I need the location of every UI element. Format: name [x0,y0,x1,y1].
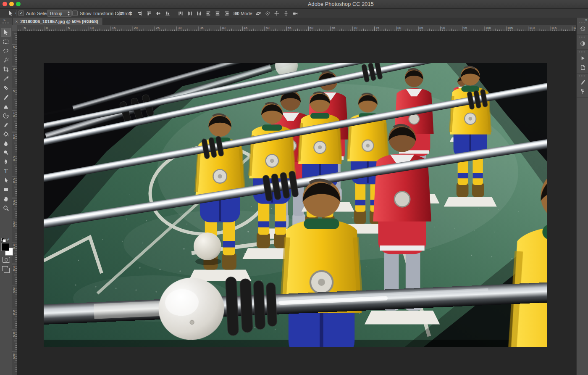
svg-text:5: 5 [13,89,15,93]
svg-text:25: 25 [156,26,160,30]
align-right-edges-icon[interactable] [135,10,144,17]
distribute-vertical-centers-icon[interactable] [185,10,194,17]
tab-close-icon[interactable]: × [15,19,18,24]
svg-text:50: 50 [266,26,270,30]
type-tool[interactable]: T [1,166,11,175]
svg-text:10: 10 [90,26,94,30]
svg-text:55: 55 [288,26,291,30]
screen-mode-icon[interactable] [2,266,8,271]
align-vertical-centers-icon[interactable] [154,10,163,17]
history-panel-icon[interactable] [578,24,588,33]
separator [174,11,174,16]
distribute-right-edges-icon[interactable] [222,10,231,17]
zoom-tool[interactable] [1,203,11,212]
window-title: Adobe Photoshop CC 2015 [308,1,374,7]
svg-text:40: 40 [222,26,226,30]
svg-text:T: T [4,168,8,174]
dropdown-arrows-icon [67,11,70,16]
blur-tool[interactable] [1,139,11,148]
clone-stamp-tool[interactable] [1,102,11,111]
document-tab[interactable]: × 20180306_101957.jpg @ 50% (RGB/8) [13,18,103,25]
quick-mask-icon[interactable] [2,257,10,263]
healing-brush-tool[interactable] [1,83,11,92]
separator [114,10,115,16]
svg-text:5: 5 [24,26,26,30]
distribute-top-edges-icon[interactable] [176,10,185,17]
svg-text:35: 35 [13,221,15,227]
svg-text:5: 5 [13,45,15,49]
distribute-horizontal-centers-icon[interactable] [213,10,222,17]
svg-text:35: 35 [200,26,204,30]
svg-text:45: 45 [244,26,247,30]
brush-settings-panel-icon[interactable] [578,77,588,87]
svg-text:20: 20 [13,155,15,162]
options-bar: ▾ ✓ Auto-Select: Group Show Transform Co… [0,9,588,18]
actions-panel-icon[interactable] [578,53,588,63]
tool-presets-panel-icon[interactable] [578,87,588,96]
horizontal-ruler[interactable]: 5051015202530354045505560657075808590951… [17,25,576,32]
adjustments-panel-icon[interactable] [578,39,588,48]
svg-text:60: 60 [13,331,15,338]
3d-rotate-icon[interactable] [254,10,263,17]
hand-tool[interactable] [1,194,11,203]
magic-wand-tool[interactable] [1,55,11,64]
move-tool-option-icon[interactable]: ▾ [6,9,17,18]
eyedropper-tool[interactable] [1,74,11,83]
path-select-tool[interactable] [1,176,11,185]
align-horizontal-centers-icon[interactable] [126,10,135,17]
distribute-left-edges-icon[interactable] [204,10,213,17]
threed-mode-label: 3D Mode: [234,9,254,18]
crop-tool[interactable] [1,65,11,74]
pen-tool[interactable] [1,157,11,166]
default-colors-icon[interactable] [1,238,5,241]
minimize-button[interactable] [9,2,14,6]
zoom-button[interactable] [16,2,21,6]
document-tab-bar: × 20180306_101957.jpg @ 50% (RGB/8) [0,18,588,25]
history-brush-tool[interactable] [1,111,11,120]
canvas-image-foosball-photo[interactable] [44,63,547,347]
title-bar: Adobe Photoshop CC 2015 [0,0,588,9]
svg-text:85: 85 [420,26,423,30]
swap-colors-icon[interactable]: ⇄ [7,238,10,241]
panel-group-grip [579,75,586,77]
marquee-tool[interactable] [1,37,11,46]
3d-slide-icon[interactable] [281,10,291,17]
close-button[interactable] [3,2,7,6]
expand-panels-icon[interactable]: « [585,18,587,22]
align-left-edges-icon[interactable] [117,10,126,17]
svg-text:75: 75 [375,26,379,30]
foreground-color-swatch[interactable] [1,243,9,251]
svg-text:10: 10 [13,111,15,118]
collapse-chevrons-icon[interactable]: » [3,18,5,22]
svg-text:120: 120 [573,26,576,30]
move-tool[interactable] [1,28,11,37]
toolbar-header[interactable]: » [0,18,12,24]
svg-text:15: 15 [13,133,15,140]
libraries-panel-icon[interactable] [578,63,588,72]
svg-text:55: 55 [13,309,15,316]
lasso-tool[interactable] [1,46,11,55]
svg-text:40: 40 [13,243,15,250]
shape-tool[interactable] [1,185,11,194]
auto-select-checkbox[interactable]: ✓ Auto-Select: [18,9,51,18]
eraser-tool[interactable] [1,120,11,129]
align-top-edges-icon[interactable] [144,10,154,17]
distribute-bottom-edges-icon[interactable] [194,10,204,17]
dodge-tool[interactable] [1,148,11,157]
svg-text:70: 70 [354,26,357,30]
toolbar-grip [2,22,10,24]
svg-text:0: 0 [13,67,15,71]
3d-roll-icon[interactable] [263,10,272,17]
align-bottom-edges-icon[interactable] [163,10,172,17]
3d-drag-icon[interactable] [272,10,281,17]
brush-tool[interactable] [1,92,11,101]
align-distribute-icons [117,9,241,18]
svg-text:60: 60 [310,26,313,30]
paint-bucket-tool[interactable] [1,129,11,138]
3d-scale-icon[interactable] [291,10,300,17]
panel-group-grip [579,51,586,53]
auto-select-group-dropdown[interactable]: Group [47,9,72,18]
svg-text:65: 65 [331,26,335,30]
svg-text:30: 30 [13,199,15,206]
photoshop-window: Adobe Photoshop CC 2015 ▾ ✓ Auto-Select:… [0,0,588,375]
